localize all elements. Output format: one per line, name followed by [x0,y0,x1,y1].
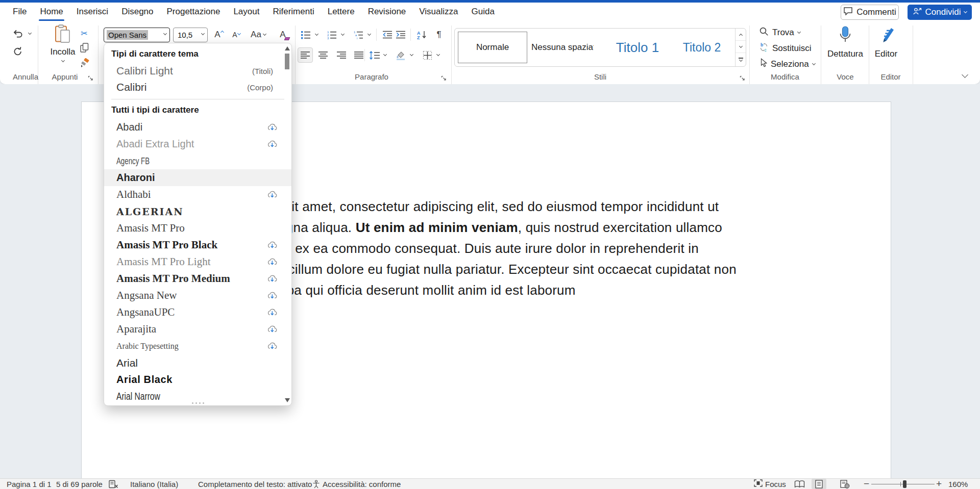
zoom-in-button[interactable]: + [936,479,942,489]
scroll-up-arrow[interactable] [285,46,290,50]
font-option-calibri[interactable]: Calibri(Corpo) [104,79,291,95]
font-size-combo[interactable]: 10,5 [173,28,208,42]
increase-indent-button[interactable] [394,28,407,42]
undo-button[interactable] [10,27,26,41]
font-option-angsanaupc[interactable]: AngsanaUPC [104,304,291,321]
borders-button[interactable] [421,48,434,62]
font-option-aharoni[interactable]: Aharoni [104,169,291,186]
change-case-button[interactable]: Aa [248,28,268,42]
font-option-calibri-light[interactable]: Calibri Light(Titoli) [104,63,291,79]
styles-dialog-launcher[interactable] [740,74,746,81]
dictate-button[interactable]: Dettatura [824,25,867,59]
menu-tab-home[interactable]: Home [33,3,69,21]
shading-button[interactable] [394,48,407,62]
menu-tab-file[interactable]: File [6,3,33,21]
scrollbar-thumb[interactable] [285,54,289,69]
font-option-algerian[interactable]: ALGERIAN [104,203,291,220]
align-right-button[interactable] [335,48,348,62]
redo-button[interactable] [10,44,26,58]
style-card-titolo-2[interactable]: Titolo 2 [675,32,728,63]
font-option-abadi[interactable]: Abadi [104,119,291,136]
web-layout-button[interactable] [840,479,850,489]
font-option-amasis-mt-pro-medium[interactable]: Amasis MT Pro Medium [104,270,291,287]
paste-button[interactable]: Incolla [48,24,78,62]
proofing-icon[interactable] [109,479,118,489]
menu-tab-disegno[interactable]: Disegno [115,3,160,21]
zoom-out-button[interactable]: − [864,479,869,489]
styles-scroll-up-button[interactable] [736,29,746,41]
zoom-slider-thumb[interactable] [903,480,906,488]
align-left-button[interactable] [298,47,313,63]
zoom-slider[interactable] [871,484,935,484]
menu-tab-layout[interactable]: Layout [227,3,266,21]
pilcrow-button[interactable]: ¶ [432,28,446,42]
font-option-aldhabi[interactable]: Aldhabi [104,186,291,203]
language-status[interactable]: Italiano (Italia) [130,479,178,489]
grow-font-button[interactable]: A [211,28,227,42]
font-option-arial[interactable]: Arial [104,354,291,371]
multilevel-dropdown[interactable] [366,28,372,42]
menu-tab-guida[interactable]: Guida [465,3,501,21]
font-option-angsana-new[interactable]: Angsana New [104,287,291,304]
menu-tab-revisione[interactable]: Revisione [361,3,413,21]
dropdown-scrollbar[interactable] [284,45,290,404]
font-option-aparajita[interactable]: Aparajita [104,321,291,338]
bullets-dropdown[interactable] [313,28,320,42]
style-card-nessuna-spaziatura[interactable]: Nessuna spaziatu [531,32,594,63]
find-button[interactable]: Trova [759,27,800,39]
font-option-amasis-mt-pro-black[interactable]: Amasis MT Pro Black [104,237,291,253]
menu-tab-lettere[interactable]: Lettere [321,3,361,21]
menu-tab-riferimenti[interactable]: Riferimenti [266,3,321,21]
zoom-percent[interactable]: 160% [948,479,968,489]
style-card-normale[interactable]: Normale [458,32,527,63]
focus-toggle[interactable]: Focus [754,479,786,489]
text-completion-status[interactable]: Completamento del testo: attivato [198,479,312,489]
select-button[interactable]: Seleziona [760,58,815,70]
page-indicator[interactable]: Pagina 1 di 1 [7,479,52,489]
numbering-dropdown[interactable] [339,28,346,42]
accessibility-status[interactable]: Accessibilità: conforme [323,479,401,489]
line-spacing-dropdown[interactable] [382,48,388,62]
font-option-arabic-typesetting[interactable]: Arabic Typesetting [104,338,291,354]
clear-formatting-button[interactable]: A [276,28,290,42]
shading-dropdown[interactable] [408,48,414,62]
decrease-indent-button[interactable] [381,28,394,42]
font-option-abadi-extra-light[interactable]: Abadi Extra Light [104,136,291,152]
font-option-amasis-mt-pro[interactable]: Amasis MT Pro [104,220,291,237]
word-count[interactable]: 5 di 69 parole [56,479,103,489]
justify-button[interactable] [352,48,365,62]
line-spacing-button[interactable] [368,48,382,62]
editor-button[interactable]: Editor [871,25,901,59]
format-painter-button[interactable] [78,57,91,71]
collapse-ribbon-button[interactable] [963,70,967,79]
font-option-agency-fb[interactable]: Agency FB [104,152,291,169]
styles-scroll-down-button[interactable] [736,41,746,53]
borders-dropdown[interactable] [435,48,441,62]
styles-more-button[interactable] [736,53,746,65]
menu-tab-visualizza[interactable]: Visualizza [412,3,464,21]
scroll-down-arrow[interactable] [285,398,290,402]
undo-dropdown-button[interactable] [27,27,33,41]
share-button[interactable]: Condividi [908,5,972,20]
font-name-combo[interactable]: Open Sans [104,28,170,42]
cut-button[interactable]: ✂ [78,26,91,40]
font-option-amasis-mt-pro-light[interactable]: Amasis MT Pro Light [104,253,291,270]
shrink-font-button[interactable]: A [229,28,244,42]
dropdown-resize-handle[interactable] [104,402,291,404]
style-card-titolo-1[interactable]: Titolo 1 [602,32,673,63]
comments-button[interactable]: Commenti [841,5,899,20]
font-option-arial-black[interactable]: Arial Black [104,371,291,388]
copy-button[interactable] [78,41,91,56]
clipboard-dialog-launcher[interactable] [88,74,94,81]
menu-tab-inserisci[interactable]: Inserisci [70,3,115,21]
paragraph-dialog-launcher[interactable] [441,74,448,81]
read-mode-button[interactable] [794,479,805,489]
sort-button[interactable]: AZ [415,28,428,42]
bullets-button[interactable] [299,28,312,42]
multilevel-list-button[interactable]: 1ai [352,28,365,42]
print-layout-button[interactable] [812,479,826,489]
replace-button[interactable]: bc Sostituisci [759,42,812,55]
numbering-button[interactable]: 123 [325,28,338,42]
align-center-button[interactable] [316,48,330,62]
menu-tab-progettazione[interactable]: Progettazione [160,3,227,21]
